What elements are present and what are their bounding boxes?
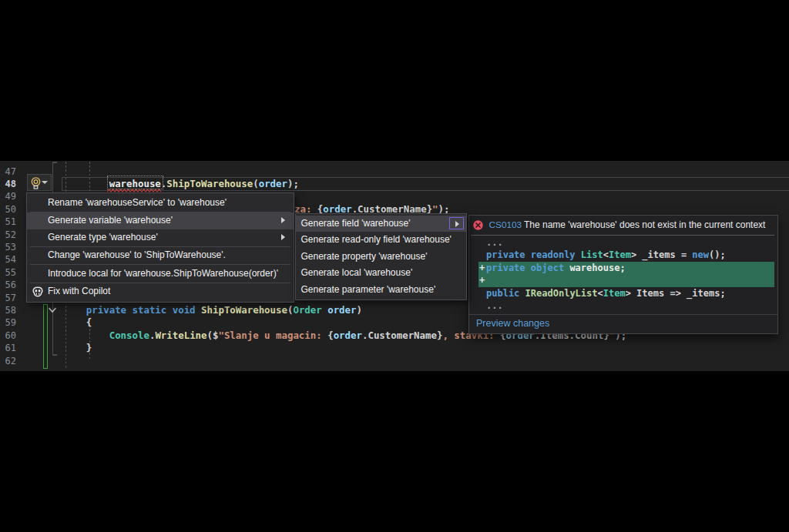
quick-actions-menu: Rename 'warehouseService' to 'warehouse'… [26, 192, 294, 303]
submenu-item-4[interactable]: Generate parameter 'warehouse' [296, 282, 466, 299]
vs-editor-screenshot: 4748 warehouse.ShipToWarehouse(order);49… [0, 0, 789, 532]
icon-shape [32, 177, 39, 185]
line-number: 59 [0, 316, 16, 329]
line-number: 52 [0, 229, 16, 241]
icon-shape [35, 290, 38, 293]
code-token: < [598, 288, 603, 299]
menu-item-label: Generate field 'warehouse' [301, 218, 411, 229]
context-menu-item-3[interactable]: Change 'warehouse' to 'ShipToWarehouse'. [27, 247, 294, 264]
menu-item-label: Generate property 'warehouse' [301, 251, 428, 262]
preview-changes-link[interactable]: Preview changes [476, 314, 549, 333]
code-token: { [327, 330, 333, 341]
code-token: ShipToWarehouse [166, 178, 253, 189]
code-token: < [603, 249, 609, 260]
menu-item-label: Generate local 'warehouse' [301, 267, 413, 278]
icon-shape [34, 179, 38, 183]
code-token: ShipToWarehouse [201, 304, 287, 316]
preview-code-line: public IReadOnlyList<Item> Items => _ite… [469, 287, 777, 299]
menu-item-label: Fix with Copilot [48, 286, 110, 296]
code-token: "Slanje u magacin: [218, 330, 327, 341]
error-preview-tooltip: CS0103 The name 'warehouse' does not exi… [468, 215, 778, 334]
submenu-item-1[interactable]: Generate read-only field 'warehouse' [296, 232, 466, 249]
preview-code-text: private readonly List<Item> _items = new… [486, 249, 726, 261]
code-token: ); [287, 178, 299, 189]
diff-added-marker: + [479, 274, 485, 286]
menu-item-label: Generate type 'warehouse' [48, 232, 158, 243]
preview-code-line: + [469, 274, 777, 286]
preview-code-text: public IReadOnlyList<Item> Items => _ite… [486, 287, 726, 299]
code-token: ... [486, 237, 503, 248]
generate-variable-submenu: Generate field 'warehouse'Generate read-… [295, 213, 467, 301]
code-token: private object [486, 263, 569, 273]
code-token: new [692, 249, 709, 260]
line-number: 48 [0, 178, 16, 190]
code-token: warehouse; [569, 263, 625, 273]
code-line: 62 [0, 355, 789, 368]
copilot-icon [32, 286, 44, 303]
menu-item-label: Change 'warehouse' to 'ShipToWarehouse'. [48, 249, 226, 260]
preview-code-text: private object warehouse; [486, 262, 626, 274]
error-code-link[interactable]: CS0103 [489, 216, 522, 235]
preview-code-line: ... [469, 236, 777, 249]
code-token: > Items => _items; [626, 288, 726, 299]
context-menu-item-0[interactable]: Rename 'warehouseService' to 'warehouse' [27, 195, 294, 212]
icon-shape [34, 186, 38, 188]
line-number: 61 [0, 342, 16, 354]
diff-added-marker: + [479, 262, 485, 274]
code-token: order [327, 304, 356, 316]
line-number: 60 [0, 330, 16, 342]
code-line: 61 } [0, 342, 789, 355]
code-token: ( [253, 178, 258, 189]
icon-shape [33, 288, 42, 297]
code-token [63, 330, 109, 341]
code-token: order [334, 330, 362, 341]
submenu-item-3[interactable]: Generate local 'warehouse' [296, 265, 466, 282]
code-line-text: } [63, 342, 92, 354]
icon-shape [107, 189, 161, 192]
context-menu-item-4[interactable]: Introduce local for 'warehouse.ShipToWar… [27, 266, 294, 283]
code-token: } [63, 342, 92, 353]
submenu-item-0[interactable]: Generate field 'warehouse' [296, 216, 466, 233]
code-token: private readonly [486, 249, 581, 260]
code-token: Item [609, 249, 631, 260]
fold-chevron-icon[interactable] [48, 306, 57, 314]
icon-shape [36, 293, 37, 295]
context-menu-item-2[interactable]: Generate type 'warehouse' [27, 229, 294, 246]
code-token: ($ [207, 330, 219, 341]
preview-code-text: ... [486, 299, 503, 312]
code-token: (); [709, 249, 726, 260]
line-number: 56 [0, 279, 16, 291]
code-line-text: { [63, 316, 92, 329]
icon-shape [49, 308, 55, 312]
line-number: 54 [0, 253, 16, 266]
menu-item-label: Generate parameter 'warehouse' [301, 284, 436, 295]
submenu-arrow-icon [281, 217, 285, 223]
code-token: Item [603, 288, 626, 299]
submenu-arrow-icon [455, 221, 459, 227]
code-token: > _items = [631, 249, 692, 260]
symbol-highlight-box [107, 176, 163, 189]
submenu-arrow-focus-box[interactable] [449, 217, 464, 229]
icon-shape [39, 290, 41, 293]
line-number: 62 [0, 355, 16, 367]
line-number: 57 [0, 292, 16, 304]
quick-actions-lightbulb[interactable] [27, 174, 52, 191]
context-menu-item-1[interactable]: Generate variable 'warehouse' [27, 212, 294, 229]
lightbulb-icon [30, 176, 42, 189]
error-icon [473, 220, 483, 230]
submenu-item-2[interactable]: Generate property 'warehouse' [296, 249, 466, 266]
line-number: 58 [0, 304, 16, 316]
code-token [63, 304, 86, 316]
line-number: 47 [0, 166, 16, 178]
code-token: WriteLine [155, 330, 206, 341]
code-token: ) [357, 304, 362, 316]
error-message: The name 'warehouse' does not exist in t… [524, 216, 765, 235]
code-token: Order [293, 304, 321, 316]
line-number: 51 [0, 216, 16, 228]
error-tooltip-header: CS0103 The name 'warehouse' does not exi… [469, 216, 777, 235]
line-number: 50 [0, 203, 16, 216]
menu-item-label: Rename 'warehouseService' to 'warehouse' [48, 197, 227, 208]
line-number: 53 [0, 241, 16, 253]
submenu-arrow-icon [281, 234, 285, 240]
context-menu-item-5[interactable]: Fix with Copilot [27, 283, 294, 300]
